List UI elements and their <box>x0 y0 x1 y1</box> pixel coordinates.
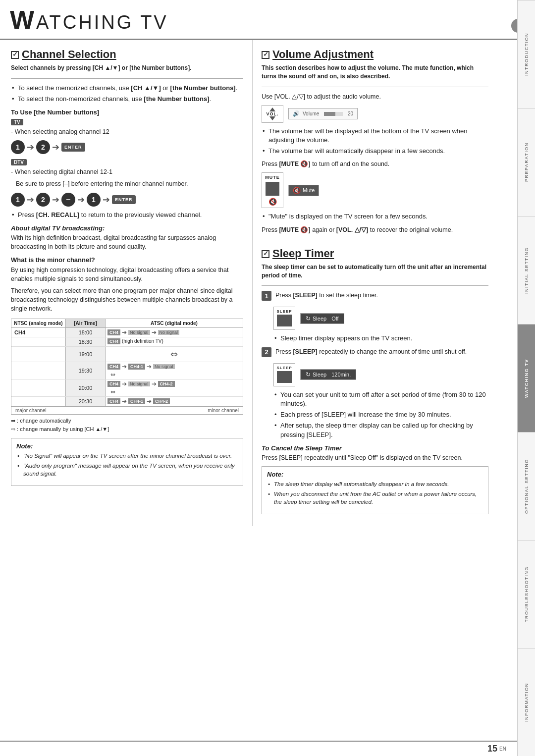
vol-down-arrow <box>269 116 275 120</box>
chart-row-2030: 20:30 CH4 ➔ CH4-1 ➔ CH4-2 <box>11 397 243 406</box>
channel-note-bullet-2: "Audio only program" message will appear… <box>16 462 238 478</box>
vol-bar-fill <box>324 112 335 116</box>
channel-checkbox-icon <box>11 51 19 59</box>
chart-header-ntsc: NTSC (analog mode) <box>11 319 66 327</box>
sleep-button-2: SLEEP <box>273 363 295 386</box>
num-btn-1: 1 <box>11 140 25 154</box>
chart-cell-time-1900: 19:00 <box>66 347 106 362</box>
sleep-screen-display-2: ↻ Sleep 120min. <box>300 369 356 380</box>
page-title: WATCHING TV <box>10 5 168 35</box>
sleep-note-title: Note: <box>267 471 483 478</box>
tab-watching-tv[interactable]: WATCHING TV <box>518 324 535 432</box>
major-channel-label: major channel <box>15 408 47 413</box>
sleep-step2-row: 2 Press [SLEEP] repeatedly to change the… <box>262 347 488 359</box>
chart-cell-right-2000: CH4 ➔ No signal ➔ CH4-2 ⇔ <box>106 379 243 396</box>
tab-initial-setting[interactable]: INITIAL SETTING <box>518 216 535 324</box>
chart-cell-right-1800: CH4 ➔ No signal ➔ No signal <box>106 328 243 337</box>
digital-channel-diagram: 1 ➔ 2 ➔ – ➔ 1 ➔ ENTER <box>11 193 243 207</box>
chart-cell-left-1900 <box>11 347 66 362</box>
ch-recall-bullet: Press [CH. RECALL] to return to the prev… <box>11 211 243 219</box>
chart-header: NTSC (analog mode) [Air Time] ATSC (digi… <box>11 319 243 328</box>
dtv-num-btn-2: 2 <box>36 193 50 207</box>
chart-cell-right-1830: CH4 (high definition TV) <box>106 337 243 346</box>
vol-arrows <box>269 108 275 111</box>
chart-cell-right-1930: CH4 ➔ CH4-1 ➔ No signal ⇔ <box>106 362 243 379</box>
minor-channel-label: minor channel <box>208 408 239 413</box>
sleep-icon-1: ↻ <box>306 315 311 322</box>
sleep-step2-num: 2 <box>262 347 271 357</box>
page-number: 15 <box>487 744 497 754</box>
sleep-screen-display-1: ↻ Sleep Off <box>300 313 344 324</box>
sleep-note-bullet-1: The sleep timer display will automatical… <box>267 480 483 488</box>
mute-sound-icon: 🔇 <box>268 198 277 206</box>
sleep-step1-bullet: Sleep timer display appears on the TV sc… <box>273 334 488 343</box>
enter-btn: ENTER <box>61 143 85 152</box>
dtv-enter-btn: ENTER <box>112 195 136 204</box>
mute-x-icon: 🔇 <box>293 187 301 194</box>
vol-button: VOL. <box>262 105 283 123</box>
page-number-bar: 15 EN <box>0 741 517 756</box>
main-content: Channel Selection Select channels by pre… <box>0 40 517 526</box>
mute-bullet-1: "Mute" is displayed on the TV screen for… <box>262 212 488 221</box>
sleep-off-text: Off <box>331 316 338 322</box>
page-language: EN <box>499 746 506 752</box>
sleep-step2-text: Press [SLEEP] repeatedly to change the a… <box>273 347 467 356</box>
dtv-badge: DTV <box>11 159 27 165</box>
analog-label: - When selecting analog channel 12 <box>11 127 243 136</box>
vol-up-arrow <box>269 108 275 111</box>
channel-divider <box>11 78 243 79</box>
dtv-arrow-1: ➔ <box>27 194 34 205</box>
vol-bullet-1: The volume bar will be displayed at the … <box>262 127 488 145</box>
channel-note-bullets: "No Signal" will appear on the TV screen… <box>16 452 238 478</box>
tab-optional-setting[interactable]: OPTIONAL SETTING <box>518 432 535 540</box>
sleep-screen-text-1: Sleep <box>313 316 326 322</box>
sleep-step1-row: 1 Press [SLEEP] to set the sleep timer. <box>262 291 488 303</box>
vol-bar-display: 🔊 Volume 20 <box>288 108 358 119</box>
tab-troubleshooting[interactable]: TROUBLESHOOTING <box>518 540 535 648</box>
chart-row-1830: 18:30 CH4 (high definition TV) <box>11 337 243 347</box>
analog-channel-diagram: 1 ➔ 2 ➔ ENTER <box>11 140 243 154</box>
right-tab-strip: INTRODUCTION PREPARATION INITIAL SETTING… <box>517 0 535 756</box>
chart-row-1900: 19:00 ⇔ <box>11 347 243 362</box>
sleep-display-1: SLEEP ↻ Sleep Off <box>273 307 488 330</box>
sleep-step2-bullet-1: You can set your unit to turn off after … <box>273 390 488 408</box>
vol-bullet-2: The volume bar will automatically disapp… <box>262 147 488 156</box>
tab-preparation[interactable]: PREPARATION <box>518 108 535 216</box>
channel-chart: NTSC (analog mode) [Air Time] ATSC (digi… <box>11 319 243 415</box>
minor-channel-text2: Therefore, you can select more than one … <box>11 286 243 313</box>
tv-badge: TV <box>11 119 23 125</box>
chart-legend: ➡ : change automatically ⇨ : change manu… <box>11 417 243 434</box>
dtv-arrow-2: ➔ <box>52 194 59 205</box>
arrow-2: ➔ <box>52 142 59 153</box>
mute-button: MUTE 🔇 <box>262 172 283 208</box>
chart-cell-left-1830 <box>11 337 66 346</box>
dtv-num-btn-3: 1 <box>87 193 101 207</box>
tab-information[interactable]: INFORMATION <box>518 648 535 756</box>
dtv-arrow-4: ➔ <box>103 194 110 205</box>
digital-label: - When selecting digital channel 12-1 <box>11 167 243 176</box>
right-column: Volume Adjustment This section describes… <box>253 40 497 526</box>
recover-text: Press [MUTE 🔇] again or [VOL. △/▽] to re… <box>262 225 488 234</box>
chart-cell-left-1800: CH4 <box>11 328 66 337</box>
sleep-btn-label-1: SLEEP <box>276 309 292 314</box>
about-digital-text: With its high definition broadcast, digi… <box>11 233 243 251</box>
sleep-step1-bullets: Sleep timer display appears on the TV sc… <box>273 334 488 343</box>
tab-introduction[interactable]: INTRODUCTION <box>518 0 535 108</box>
sleep-icon-2: ↻ <box>306 371 311 378</box>
volume-subtitle: This section describes how to adjust the… <box>262 64 488 81</box>
volume-divider <box>262 87 488 87</box>
volume-checkbox-icon <box>262 51 269 59</box>
legend-manual: ⇨ : change manually by using [CH ▲/▼] <box>11 425 243 434</box>
cancel-sleep-text: Press [SLEEP] repeatedly until "Sleep Of… <box>262 453 488 462</box>
chart-cell-right-1900: ⇔ <box>106 347 243 362</box>
dtv-num-btn-1: 1 <box>11 193 25 207</box>
legend-auto: ➡ : change automatically <box>11 417 243 426</box>
channel-note-box: Note: "No Signal" will appear on the TV … <box>11 438 243 486</box>
chart-label-row: major channel minor channel <box>11 406 243 414</box>
sleep-note-bullet-2: When you disconnect the unit from the AC… <box>267 490 483 506</box>
channel-subtitle: Select channels by pressing [CH ▲/▼] or … <box>11 64 243 72</box>
mute-screen-text: Mute <box>303 187 315 193</box>
chart-cell-right-2030: CH4 ➔ CH4-1 ➔ CH4-2 <box>106 397 243 406</box>
dtv-dash-btn: – <box>61 193 75 207</box>
chart-header-airtime: [Air Time] <box>66 319 106 327</box>
